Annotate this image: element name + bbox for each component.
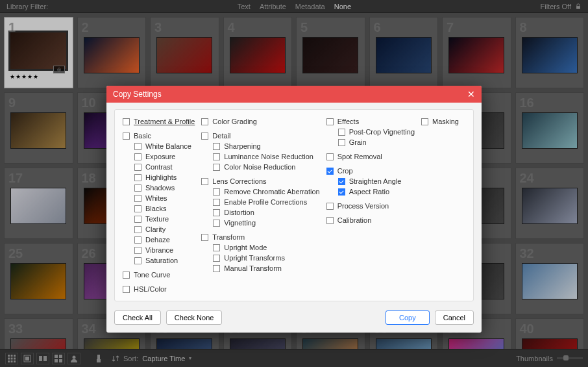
checkbox[interactable] [123,286,130,293]
checkbox[interactable] [134,216,141,223]
checkbox[interactable] [134,195,141,202]
cancel-button[interactable]: Cancel [435,310,474,325]
checkbox[interactable] [326,153,334,160]
dialog-footer: Check All Check None Copy Cancel [106,305,482,333]
setting-row[interactable]: Grain [326,137,415,147]
setting-row[interactable]: Vignetting [201,218,319,228]
setting-row[interactable]: Crop [326,166,415,176]
setting-row[interactable]: Treatment & Profile [123,116,195,127]
check-all-button[interactable]: Check All [114,310,161,325]
setting-label: Vignetting [224,218,256,228]
checkbox[interactable] [123,133,130,140]
setting-row[interactable]: Highlights [123,172,195,183]
checkbox[interactable] [338,188,345,196]
setting-row[interactable]: Luminance Noise Reduction [201,151,319,162]
checkbox[interactable] [338,139,345,146]
setting-row[interactable]: Saturation [123,255,195,266]
setting-row[interactable]: Calibration [326,215,415,225]
checkbox[interactable] [201,118,208,125]
setting-label: Clarity [145,224,165,234]
copy-settings-dialog: Copy Settings ✕ Treatment & ProfileBasic… [106,86,482,333]
checkbox[interactable] [213,209,220,216]
setting-row[interactable]: Spot Removal [326,151,415,162]
checkbox[interactable] [201,133,208,140]
setting-row[interactable]: Aspect Ratio [326,186,415,197]
checkbox[interactable] [123,272,130,279]
checkbox[interactable] [326,168,334,175]
checkbox[interactable] [134,143,141,150]
setting-row[interactable]: Sharpening [201,141,319,151]
setting-row[interactable]: Texture [123,214,195,224]
checkbox[interactable] [421,118,428,125]
setting-row[interactable]: Lens Corrections [201,176,319,186]
checkbox[interactable] [213,164,220,171]
setting-row[interactable]: Distortion [201,207,319,218]
setting-label: Saturation [145,255,178,266]
setting-row[interactable]: Post-Crop Vignetting [326,127,415,137]
setting-label: Color Grading [212,116,256,127]
checkbox[interactable] [213,199,220,206]
checkbox[interactable] [213,265,220,272]
setting-row[interactable]: Vibrance [123,245,195,255]
checkbox[interactable] [134,236,141,244]
setting-row[interactable]: Shadows [123,183,195,193]
setting-label: Color Noise Reduction [224,162,295,172]
setting-row[interactable]: Straighten Angle [326,176,415,186]
checkbox[interactable] [134,164,141,171]
setting-label: Tone Curve [134,270,170,280]
setting-row[interactable]: Process Version [326,201,415,211]
checkbox[interactable] [134,174,141,181]
setting-row[interactable]: Color Noise Reduction [201,162,319,172]
checkbox[interactable] [213,188,220,196]
setting-row[interactable]: Manual Transform [201,263,319,273]
setting-row[interactable]: Basic [123,131,195,141]
checkbox[interactable] [134,257,141,264]
setting-row[interactable]: Effects [326,116,415,127]
dialog-title: Copy Settings [113,90,162,99]
checkbox[interactable] [213,153,220,160]
setting-row[interactable]: Masking [421,116,473,127]
setting-row[interactable]: Contrast [123,162,195,172]
setting-row[interactable]: Transform [201,232,319,242]
checkbox[interactable] [213,255,220,262]
checkbox[interactable] [201,178,208,185]
setting-label: Basic [134,131,151,141]
close-icon[interactable]: ✕ [467,89,475,99]
checkbox[interactable] [338,178,345,185]
checkbox[interactable] [134,153,141,160]
checkbox[interactable] [338,129,345,136]
setting-row[interactable]: White Balance [123,141,195,151]
setting-row[interactable]: Upright Mode [201,242,319,253]
setting-row[interactable]: Blacks [123,203,195,214]
setting-row[interactable]: Clarity [123,224,195,234]
setting-row[interactable]: Upright Transforms [201,253,319,263]
setting-label: Lens Corrections [212,176,266,186]
checkbox[interactable] [213,143,220,150]
checkbox[interactable] [134,205,141,212]
checkbox[interactable] [213,220,220,227]
setting-label: Highlights [145,172,177,183]
setting-row[interactable]: Enable Profile Corrections [201,197,319,207]
checkbox[interactable] [134,226,141,233]
setting-row[interactable]: Exposure [123,151,195,162]
setting-row[interactable]: Dehaze [123,234,195,245]
setting-row[interactable]: Remove Chromatic Aberration [201,186,319,197]
checkbox[interactable] [201,234,208,241]
setting-row[interactable]: Color Grading [201,116,319,127]
checkbox[interactable] [123,118,130,125]
checkbox[interactable] [326,203,334,210]
setting-row[interactable]: Tone Curve [123,270,195,280]
dialog-header: Copy Settings ✕ [106,86,482,103]
checkbox[interactable] [326,118,334,125]
check-none-button[interactable]: Check None [166,310,223,325]
copy-button[interactable]: Copy [386,310,430,325]
setting-row[interactable]: HSL/Color [123,284,195,294]
checkbox[interactable] [134,247,141,254]
checkbox[interactable] [134,184,141,192]
checkbox[interactable] [326,217,334,224]
settings-column-2: Color GradingDetailSharpeningLuminance N… [201,116,319,294]
checkbox[interactable] [213,244,220,251]
setting-label: Sharpening [224,141,260,151]
setting-row[interactable]: Detail [201,131,319,141]
setting-row[interactable]: Whites [123,193,195,203]
